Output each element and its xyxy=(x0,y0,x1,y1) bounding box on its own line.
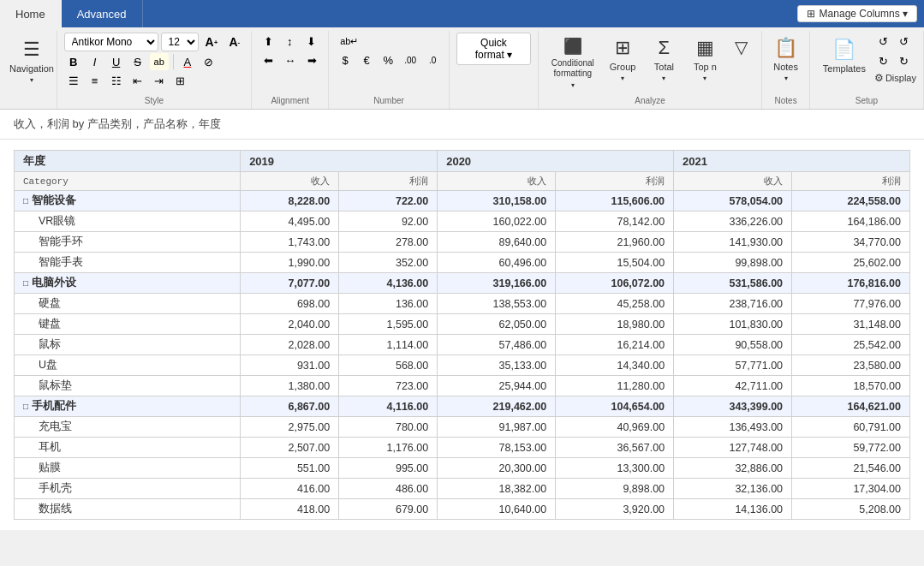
text-background-button[interactable]: ⊘ xyxy=(200,53,218,70)
indent-right-button[interactable]: ⇥ xyxy=(150,72,169,89)
redo-button[interactable]: ↻ xyxy=(874,52,893,69)
align-top-row: ⬆ ↕ ⬇ xyxy=(259,33,320,50)
number-group: ab↵ $ € % .00 .0 Number xyxy=(329,31,450,109)
group-button[interactable]: ⊞ Group ▾ xyxy=(604,33,642,86)
valign-bot-button[interactable]: ⬇ xyxy=(301,33,320,50)
undo2-button[interactable]: ↺ xyxy=(895,33,914,50)
topn-dropdown-icon: ▾ xyxy=(703,74,706,82)
year-2020-header: 2020 xyxy=(438,151,674,172)
expand-icon: □ xyxy=(23,196,28,206)
valign-mid-button[interactable]: ↕ xyxy=(280,33,299,50)
total-icon: Σ xyxy=(659,37,671,59)
align-bottom-row: ⬅ ↔ ➡ xyxy=(259,51,321,69)
col-header-2020-revenue: 收入 xyxy=(438,172,556,191)
undo-button[interactable]: ↺ xyxy=(874,33,893,50)
navigation-group: ☰ Navigation ▾ nav xyxy=(0,31,57,109)
text-color-button[interactable]: A xyxy=(178,53,197,70)
col-header-2021-revenue: 收入 xyxy=(674,172,792,191)
setup-label: Setup xyxy=(817,96,916,105)
navigation-button[interactable]: ☰ Navigation ▾ xyxy=(3,34,60,88)
alignment-label: Alignment xyxy=(259,96,321,105)
percent-button[interactable]: % xyxy=(379,51,397,69)
font-size-select[interactable]: 12 xyxy=(161,33,199,51)
decimal-decrease-button[interactable]: .0 xyxy=(423,51,442,69)
underline-button[interactable]: U xyxy=(107,53,126,70)
table-row: □智能设备8,228.00722.00310,158.00115,606.005… xyxy=(15,191,910,212)
total-button[interactable]: Σ Total ▾ xyxy=(645,33,683,86)
currency-dollar-button[interactable]: $ xyxy=(336,51,355,69)
group-icon: ⊞ xyxy=(615,37,630,59)
format-row: B I U S ab A ⊘ xyxy=(64,53,218,70)
indent-left-button[interactable]: ⇤ xyxy=(128,72,147,89)
halign-right-button[interactable]: ➡ xyxy=(302,51,321,69)
table-row: U盘931.00568.0035,133.0014,340.0057,771.0… xyxy=(15,355,910,376)
navigation-icon: ☰ xyxy=(23,39,40,61)
quick-format-button[interactable]: Quick format ▾ xyxy=(456,33,531,65)
analyze-label: Analyze xyxy=(545,96,755,105)
table-row: VR眼镜4,495.0092.00160,022.0078,142.00336,… xyxy=(15,212,910,232)
tab-home[interactable]: Home xyxy=(0,0,62,27)
manage-columns-button[interactable]: ⊞ Manage Columns ▾ xyxy=(797,5,917,22)
filter-icon: ▽ xyxy=(735,37,748,57)
bold-button[interactable]: B xyxy=(64,53,83,70)
year-label-header: 年度 xyxy=(15,151,241,172)
templates-icon: 📄 xyxy=(832,39,855,61)
table-row: 鼠标2,028.001,114.0057,486.0016,214.0090,5… xyxy=(15,335,910,355)
font-size-decrease-button[interactable]: A- xyxy=(224,33,244,51)
separator xyxy=(173,54,174,69)
list-button[interactable]: ⊞ xyxy=(171,72,190,89)
year-header-row: 年度 2019 2020 2021 xyxy=(15,151,910,172)
notes-section-label: Notes xyxy=(769,96,802,105)
align-center-button[interactable]: ≡ xyxy=(86,72,104,89)
decimal-increase-button[interactable]: .00 xyxy=(400,51,420,69)
table-row: 智能手表1,990.00352.0060,496.0015,504.0099,8… xyxy=(15,253,910,273)
font-size-increase-button[interactable]: A+ xyxy=(201,33,223,51)
redo2-button[interactable]: ↻ xyxy=(895,52,914,69)
data-table: 年度 2019 2020 2021 Category 收入 利润 收入 利润 收… xyxy=(14,150,910,520)
table-row: 智能手环1,743.00278.0089,640.0021,960.00141,… xyxy=(15,232,910,253)
topn-button[interactable]: ▦ Top n ▾ xyxy=(686,33,724,86)
group-dropdown-icon: ▾ xyxy=(621,74,624,82)
nav-dropdown-icon: ▾ xyxy=(30,76,33,84)
valign-top-button[interactable]: ⬆ xyxy=(259,33,277,50)
notes-group: 📋 Notes ▾ Notes xyxy=(762,31,809,109)
col-header-2021-profit: 利润 xyxy=(792,172,910,191)
filter-button[interactable]: ▽ xyxy=(727,33,754,80)
notes-dropdown-icon: ▾ xyxy=(784,74,788,82)
halign-center-button[interactable]: ↔ xyxy=(280,51,300,69)
table-row: 数据线418.00679.0010,640.003,920.0014,136.0… xyxy=(15,499,910,520)
table-row: □手机配件6,867.004,116.00219,462.00104,654.0… xyxy=(15,396,910,417)
topn-icon: ▦ xyxy=(696,37,714,59)
align-right-button[interactable]: ☷ xyxy=(107,72,126,89)
italic-button[interactable]: I xyxy=(86,53,104,70)
currency-euro-button[interactable]: € xyxy=(357,51,376,69)
conditional-formatting-button[interactable]: ⬛ Conditionalformatting ▾ xyxy=(545,33,600,93)
expand-icon: □ xyxy=(23,278,28,288)
wrap-text-button[interactable]: ab↵ xyxy=(336,33,362,50)
cf-dropdown-icon: ▾ xyxy=(571,81,575,89)
table-row: □电脑外设7,077.004,136.00319,166.00106,072.0… xyxy=(15,273,910,294)
setup-group: 📄 Templates ↺ ↺ ↻ ↻ ⚙ Display S xyxy=(810,31,924,109)
halign-left-button[interactable]: ⬅ xyxy=(259,51,277,69)
style-group: Antikor Mono 12 A+ A- B I U S ab A ⊘ ☰ ≡… xyxy=(57,31,253,109)
col-header-2020-profit: 利润 xyxy=(556,172,674,191)
tab-advanced[interactable]: Advanced xyxy=(62,0,143,27)
strikethrough-button[interactable]: S xyxy=(128,53,147,70)
notes-button[interactable]: 📋 Notes ▾ xyxy=(767,33,805,86)
content-area: 年度 2019 2020 2021 Category 收入 利润 收入 利润 收… xyxy=(0,140,924,530)
style-label: Style xyxy=(64,96,245,105)
col-header-row: Category 收入 利润 收入 利润 收入 利润 xyxy=(15,172,910,191)
table-row: 充电宝2,975.00780.0091,987.0040,969.00136,4… xyxy=(15,417,910,438)
table-row: 鼠标垫1,380.00723.0025,944.0011,280.0042,71… xyxy=(15,376,910,396)
align-icons-row: ☰ ≡ ☷ ⇤ ⇥ ⊞ xyxy=(64,72,190,89)
templates-button[interactable]: 📄 Templates xyxy=(817,34,872,82)
table-row: 耳机2,507.001,176.0078,153.0036,567.00127,… xyxy=(15,438,910,458)
category-col-header: Category xyxy=(15,172,241,191)
conditional-format-icon: ⬛ xyxy=(563,37,582,56)
align-left-button[interactable]: ☰ xyxy=(64,72,83,89)
table-row: 硬盘698.00136.00138,553.0045,258.00238,716… xyxy=(15,294,910,314)
number-label: Number xyxy=(336,96,442,105)
font-name-select[interactable]: Antikor Mono xyxy=(64,33,158,51)
highlight-button[interactable]: ab xyxy=(150,53,169,70)
col-header-2019-profit: 利润 xyxy=(339,172,438,191)
